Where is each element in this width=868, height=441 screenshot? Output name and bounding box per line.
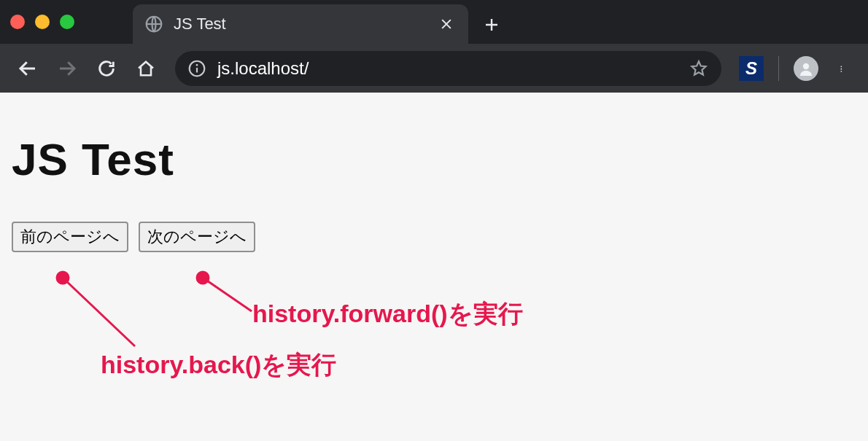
next-page-button[interactable]: 次のページへ <box>139 222 255 252</box>
window-minimize-button[interactable] <box>35 15 50 29</box>
url-text: js.localhost/ <box>217 58 678 79</box>
button-row: 前のページへ 次のページへ <box>12 222 856 252</box>
svg-point-6 <box>840 68 842 69</box>
nav-forward-button[interactable] <box>50 51 85 86</box>
page-heading: JS Test <box>12 133 856 185</box>
svg-point-5 <box>840 66 842 67</box>
extension-badge[interactable]: S <box>739 56 764 81</box>
tab-close-button[interactable] <box>436 14 457 34</box>
page-content: JS Test 前のページへ 次のページへ <box>0 93 868 441</box>
browser-toolbar: js.localhost/ S <box>0 44 868 93</box>
star-icon <box>689 59 708 78</box>
arrow-left-icon <box>17 58 39 79</box>
prev-page-button[interactable]: 前のページへ <box>12 222 128 252</box>
window-traffic-lights <box>10 0 74 44</box>
info-icon <box>187 59 206 78</box>
bookmark-button[interactable] <box>688 58 710 79</box>
globe-icon <box>144 15 163 34</box>
reload-icon <box>96 58 117 79</box>
address-bar[interactable]: js.localhost/ <box>175 51 721 86</box>
tab-title: JS Test <box>174 15 426 34</box>
svg-point-3 <box>196 63 198 66</box>
kebab-icon <box>840 58 846 79</box>
home-button[interactable] <box>128 51 163 86</box>
site-info-button[interactable] <box>187 58 207 79</box>
window-zoom-button[interactable] <box>60 15 74 29</box>
nav-back-button[interactable] <box>10 51 45 86</box>
plus-icon <box>483 16 500 34</box>
browser-tab[interactable]: JS Test <box>133 4 468 44</box>
reload-button[interactable] <box>89 51 124 86</box>
profile-avatar-button[interactable] <box>794 56 818 81</box>
new-tab-button[interactable] <box>474 7 509 42</box>
toolbar-separator <box>778 56 779 81</box>
person-icon <box>797 60 815 77</box>
window-close-button[interactable] <box>10 15 25 29</box>
arrow-right-icon <box>56 58 78 79</box>
home-icon <box>136 58 156 79</box>
svg-point-4 <box>803 63 809 69</box>
close-icon <box>439 17 454 31</box>
browser-menu-button[interactable] <box>829 51 858 86</box>
svg-point-7 <box>840 71 842 72</box>
tab-strip: JS Test <box>0 0 868 44</box>
browser-chrome: JS Test <box>0 0 868 93</box>
